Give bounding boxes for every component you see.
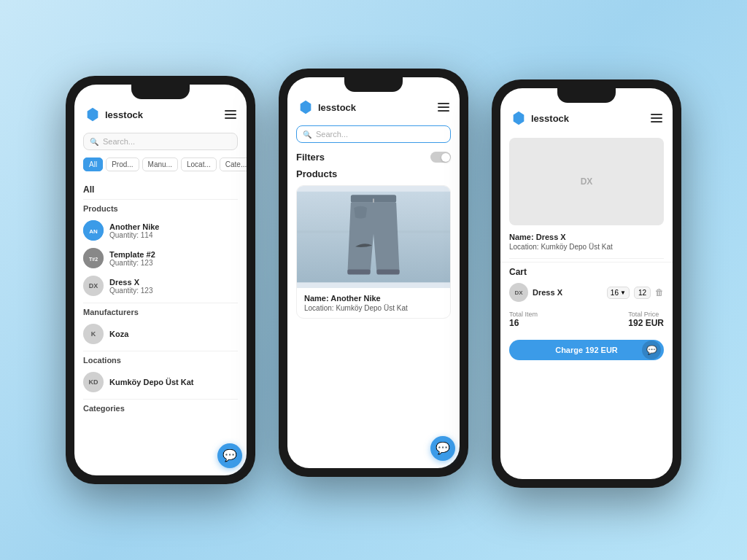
products-section-label: Products — [83, 204, 238, 213]
detail-product-location: Location: Kumköy Depo Üst Kat — [509, 243, 664, 251]
scroll-area-left: All Products AN Another Nike Quantity: 1… — [74, 174, 247, 475]
chat-icon-middle: 💬 — [436, 443, 450, 454]
svg-marker-5 — [301, 101, 311, 114]
phone-middle: lesstock 🔍 Search... Filters Products — [279, 69, 468, 477]
list-item-kumkoy[interactable]: KD Kumköy Depo Üst Kat — [83, 368, 238, 396]
total-price-label: Total Price — [628, 311, 664, 318]
charge-fab-icon: 💬 — [642, 341, 661, 359]
detail-dress-x: Quantity: 123 — [109, 287, 152, 295]
logo-icon-middle — [298, 99, 314, 115]
list-item-koza[interactable]: K Koza — [83, 320, 238, 348]
toggle-knob — [441, 153, 450, 162]
product-img-another-nike: AN — [83, 220, 104, 241]
divider-1 — [83, 199, 238, 200]
notch-right — [557, 88, 616, 103]
detail-template2: Quantity: 123 — [109, 259, 155, 267]
total-item-label: Total Item — [509, 311, 538, 318]
delete-cart-item-icon[interactable]: 🗑 — [655, 287, 664, 298]
screen-left: lesstock 🔍 Search... All Prod... Manu...… — [74, 85, 247, 475]
search-icon-middle: 🔍 — [303, 131, 311, 139]
logo-icon-left — [85, 106, 101, 122]
svg-marker-13 — [514, 112, 525, 125]
cart-item-name: Dress X — [533, 288, 603, 297]
list-item-dress-x[interactable]: DX Dress X Quantity: 123 — [83, 272, 238, 300]
fab-middle[interactable]: 💬 — [430, 436, 455, 461]
charge-button[interactable]: Charge 192 EUR 💬 — [509, 340, 664, 360]
tab-manufacturers[interactable]: Manu... — [142, 158, 178, 171]
search-placeholder-middle: Search... — [316, 130, 348, 139]
cart-avatar-dx: DX — [509, 283, 528, 302]
search-bar-left[interactable]: 🔍 Search... — [83, 133, 238, 150]
phone-right: lesstock DX Name: Dress X Location: Kumk… — [492, 79, 681, 488]
cart-qty-value: 16 — [611, 289, 619, 297]
list-item-another-nike[interactable]: AN Another Nike Quantity: 114 — [83, 217, 238, 244]
notch-middle — [344, 77, 403, 92]
notch-left — [131, 85, 190, 99]
locations-section-label: Locations — [83, 356, 238, 365]
filters-toggle[interactable] — [430, 152, 451, 163]
filters-section: Filters — [287, 147, 460, 166]
charge-button-label: Charge 192 EUR — [555, 346, 618, 354]
filters-label-text: Filters — [296, 152, 325, 163]
name-koza: Koza — [109, 330, 128, 338]
name-another-nike: Another Nike — [109, 222, 159, 231]
avatar-template2: T#2 — [83, 248, 104, 268]
hamburger-left[interactable] — [225, 110, 236, 119]
total-price-col: Total Price 192 EUR — [628, 311, 664, 328]
chat-icon-left: 💬 — [222, 450, 237, 462]
manufacturers-section-label: Manufacturers — [83, 308, 238, 316]
app-name-right: lesstock — [531, 113, 569, 124]
product-info-middle: Name: Another Nike Location: Kumköy Depo… — [297, 288, 450, 318]
svg-text:T#2: T#2 — [89, 257, 98, 262]
tab-products[interactable]: Prod... — [106, 158, 139, 171]
tab-locations[interactable]: Locat... — [181, 158, 217, 171]
svg-text:AN: AN — [89, 228, 98, 235]
fab-left[interactable]: 💬 — [217, 443, 242, 468]
app-logo-middle: lesstock — [298, 99, 356, 115]
cart-secondary-qty[interactable]: 12 — [634, 287, 651, 299]
avatar-another-nike: AN — [83, 220, 104, 241]
search-bar-middle[interactable]: 🔍 Search... — [296, 125, 451, 143]
screen-right: lesstock DX Name: Dress X Location: Kumk… — [500, 88, 673, 479]
info-another-nike: Another Nike Quantity: 114 — [109, 222, 159, 239]
product-location-middle: Location: Kumköy Depo Üst Kat — [304, 304, 443, 312]
pants-svg — [297, 186, 450, 288]
filter-tabs-left: All Prod... Manu... Locat... Cate... — [74, 155, 247, 174]
divider-4 — [83, 399, 238, 400]
product-detail-placeholder: DX — [581, 176, 593, 187]
name-template2: Template #2 — [109, 250, 155, 259]
svg-rect-11 — [347, 269, 370, 274]
product-detail-image: DX — [509, 138, 664, 225]
total-price-value: 192 EUR — [628, 318, 664, 328]
categories-section-label: Categories — [83, 404, 238, 413]
screen-middle: lesstock 🔍 Search... Filters Products — [287, 77, 460, 468]
tab-all[interactable]: All — [83, 158, 103, 171]
product-name-middle: Name: Another Nike — [304, 294, 443, 303]
detail-product-name: Name: Dress X — [509, 233, 664, 241]
all-label: All — [83, 184, 238, 195]
total-item-col: Total Item 16 — [509, 311, 538, 328]
hamburger-middle[interactable] — [438, 103, 449, 112]
phone-left: lesstock 🔍 Search... All Prod... Manu...… — [66, 76, 255, 484]
cart-title: Cart — [509, 267, 664, 277]
app-logo-left: lesstock — [85, 106, 143, 122]
total-item-value: 16 — [509, 318, 538, 328]
cart-divider — [509, 258, 664, 259]
chevron-down-icon: ▼ — [620, 289, 626, 296]
avatar-koza: K — [83, 324, 104, 344]
divider-2 — [83, 303, 238, 303]
product-card-middle[interactable]: Name: Another Nike Location: Kumköy Depo… — [296, 185, 451, 319]
svg-marker-0 — [88, 108, 98, 121]
cart-quantity-select[interactable]: 16 ▼ — [607, 287, 630, 299]
tab-categories[interactable]: Cate... — [220, 158, 247, 171]
info-kumkoy: Kumköy Depo Üst Kat — [109, 378, 194, 386]
logo-icon-right — [511, 110, 527, 126]
search-placeholder-left: Search... — [103, 137, 135, 146]
hamburger-right[interactable] — [651, 114, 662, 122]
product-img-template2: T#2 — [83, 248, 104, 268]
svg-rect-12 — [376, 269, 399, 274]
search-icon-left: 🔍 — [90, 138, 98, 146]
list-item-template2[interactable]: T#2 Template #2 Quantity: 123 — [83, 244, 238, 272]
info-template2: Template #2 Quantity: 123 — [109, 250, 155, 267]
name-dress-x: Dress X — [109, 278, 152, 287]
